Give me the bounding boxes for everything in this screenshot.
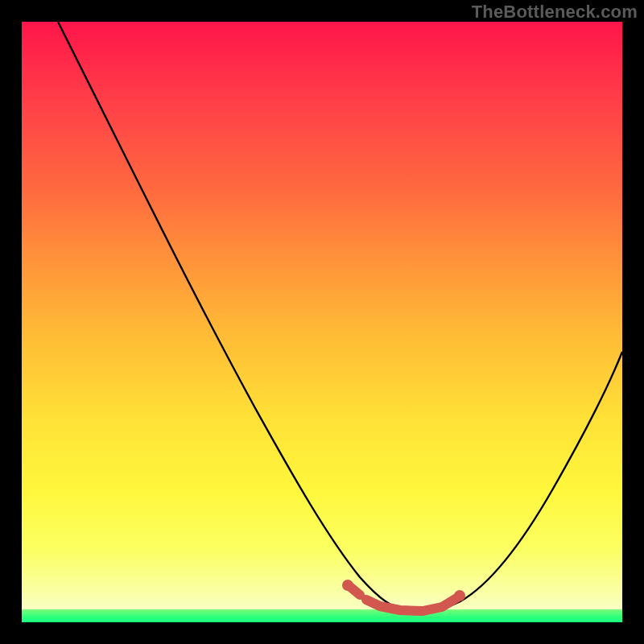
plot-area <box>22 22 622 622</box>
watermark-text: TheBottleneck.com <box>472 2 638 23</box>
marker-dot-left <box>342 580 353 591</box>
optimal-range-marker <box>350 587 456 611</box>
marker-dot-right <box>454 590 465 601</box>
chart-frame: TheBottleneck.com <box>0 0 644 644</box>
chart-svg <box>22 22 622 622</box>
bottleneck-curve <box>34 0 622 612</box>
